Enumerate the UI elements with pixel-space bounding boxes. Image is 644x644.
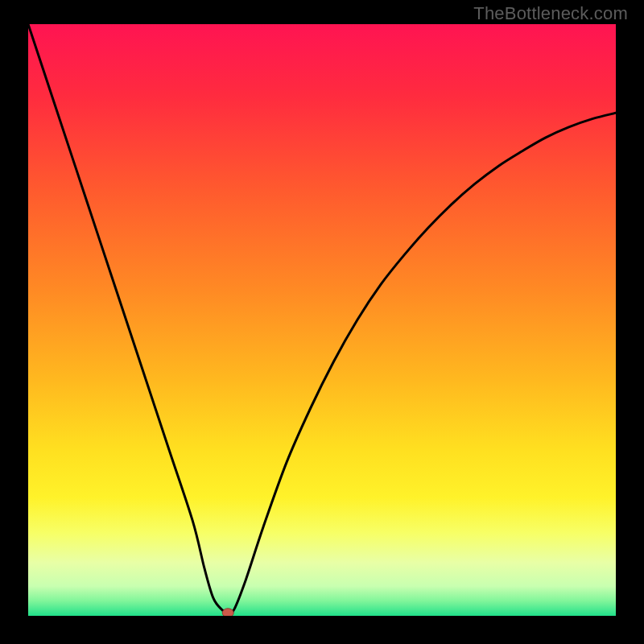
gradient-background: [28, 24, 616, 616]
watermark-text: TheBottleneck.com: [473, 3, 628, 24]
plot-svg: [28, 24, 616, 616]
bottleneck-plot: [28, 24, 616, 616]
optimum-marker: [222, 609, 233, 616]
chart-frame: TheBottleneck.com: [0, 0, 644, 644]
